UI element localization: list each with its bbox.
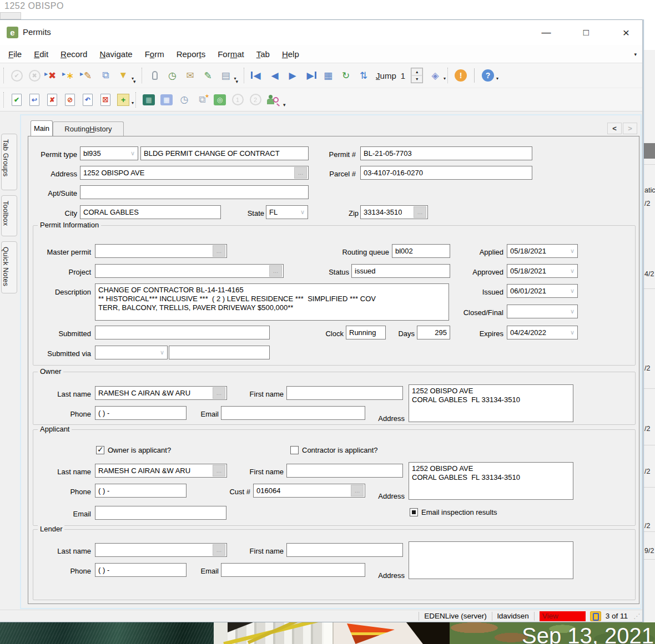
jump-label[interactable]: Jump — [376, 71, 396, 80]
delete-record-button[interactable]: ✖▶ — [44, 67, 61, 84]
state-combo[interactable]: FL∨ — [266, 205, 308, 219]
menu-item-form[interactable]: Form — [139, 49, 170, 59]
master-permit-browse-button[interactable]: … — [213, 245, 225, 257]
resize-grip[interactable]: ⋰ — [633, 612, 640, 620]
nav-previous-button[interactable]: ◀ — [266, 67, 283, 84]
menu-item-record[interactable]: Record — [54, 49, 93, 59]
applicant-cust-number-browse-button[interactable]: … — [351, 485, 364, 496]
clear-screen-button[interactable]: ◈▾ — [427, 67, 444, 84]
hold-step-button[interactable]: ⊘ — [62, 91, 78, 109]
address-browse-button[interactable]: … — [294, 167, 307, 179]
applicant-first-name-field[interactable] — [286, 464, 403, 478]
tools-overflow-icon[interactable]: ▾ — [283, 102, 286, 108]
add-note-dropdown-icon[interactable]: ▾ — [132, 100, 134, 105]
address-field[interactable]: 1252 OBISPO AVE … — [80, 166, 309, 180]
lender-email-field[interactable] — [221, 563, 365, 577]
menu-item-format[interactable]: Format — [211, 49, 250, 59]
city-field[interactable]: CORAL GABLES — [80, 205, 221, 219]
filter-records-dropdown-icon[interactable]: ▾ — [132, 76, 134, 81]
owner-email-field[interactable] — [221, 406, 365, 420]
owner-last-name-field[interactable]: RAMESH C AIRAN &W ARU … — [95, 386, 227, 400]
menu-item-edit[interactable]: Edit — [28, 49, 54, 59]
permit-number-field[interactable]: BL-21-05-7703 — [360, 146, 532, 160]
approved-date-picker[interactable]: 05/18/2021∨ — [507, 264, 578, 278]
history-button[interactable]: ◷ — [164, 67, 181, 84]
lender-address-box[interactable] — [409, 541, 573, 579]
applicant-email-field[interactable] — [95, 506, 226, 520]
email-inspection-results-checkbox[interactable] — [410, 508, 418, 516]
filter-records-button[interactable]: ▼▾ — [115, 67, 132, 84]
clock-field[interactable]: Running — [346, 326, 386, 339]
clock-button[interactable]: ◷ — [176, 91, 193, 109]
approve-step-button[interactable]: ✔ — [8, 91, 25, 109]
menu-item-tab[interactable]: Tab — [250, 49, 276, 59]
globe-1-button[interactable]: 1 — [229, 91, 246, 109]
submitted-field[interactable] — [95, 326, 270, 339]
grid-view-button[interactable]: ▦ — [320, 67, 336, 84]
send-email-button[interactable]: ✉ — [182, 67, 199, 84]
days-field[interactable]: 295 — [417, 326, 450, 339]
submitted-via-field[interactable] — [169, 346, 270, 359]
project-browse-button[interactable]: … — [269, 265, 282, 277]
maximize-button[interactable]: □ — [580, 27, 592, 39]
refresh-record-button[interactable]: ↻ — [337, 67, 354, 84]
calculator-button[interactable]: ▦ — [158, 91, 175, 109]
tab-scroll-left-button[interactable]: < — [607, 123, 622, 134]
applicant-phone-field[interactable]: ( ) - — [95, 484, 187, 498]
record-attachment-icon[interactable] — [590, 611, 601, 621]
menu-item-reports[interactable]: Reports — [170, 49, 212, 59]
copy-special-button[interactable]: ⧉★ — [194, 91, 210, 109]
map-button[interactable]: ▦ — [140, 91, 157, 109]
edit-record-button[interactable]: ✎▶ — [79, 67, 96, 84]
review-step-button[interactable]: ↶ — [79, 91, 96, 109]
tab-main[interactable]: Main — [31, 120, 53, 136]
submitted-via-combo[interactable]: ∨ — [95, 346, 168, 359]
sort-records-button[interactable]: ⇅ — [355, 67, 372, 84]
menu-item-help[interactable]: Help — [276, 49, 305, 59]
fail-step-button[interactable]: ✘ — [44, 91, 61, 109]
owner-phone-field[interactable]: ( ) - — [95, 406, 187, 420]
applied-date-picker[interactable]: 05/18/2021∨ — [507, 244, 578, 258]
nav-first-button[interactable]: ◀ — [249, 67, 265, 84]
attachments-button[interactable] — [147, 67, 163, 84]
tab-routing-history[interactable]: Routing History — [53, 121, 124, 136]
owner-is-applicant-checkbox[interactable] — [96, 446, 104, 454]
applicant-address-box[interactable]: 1252 OBISPO AVE CORAL GABLES FL 33134-35… — [409, 462, 573, 500]
help-button[interactable]: ?▾ — [480, 67, 496, 84]
contractor-is-applicant-checkbox[interactable] — [290, 446, 299, 454]
routing-queue-field[interactable]: bl002 — [392, 244, 450, 258]
lender-first-name-field[interactable] — [286, 543, 403, 557]
permit-type-combo[interactable]: bl935∨ — [80, 146, 138, 160]
clear-screen-dropdown-icon[interactable]: ▾ — [444, 76, 446, 81]
lender-last-name-field[interactable]: … — [95, 543, 227, 557]
jump-value[interactable]: 1 — [401, 71, 405, 80]
accept-record-button[interactable]: ✔ — [8, 67, 25, 84]
closed-final-date-picker[interactable]: ∨ — [507, 305, 578, 318]
issued-date-picker[interactable]: 06/01/2021∨ — [507, 284, 578, 298]
applicant-last-name-field[interactable]: RAMESH C AIRAN &W ARU … — [95, 464, 227, 478]
status-field[interactable]: issued — [351, 264, 450, 278]
owner-first-name-field[interactable] — [286, 386, 403, 400]
side-tab-tab-groups[interactable]: Tab Groups — [1, 134, 17, 190]
nav-next-button[interactable]: ▶ — [284, 67, 301, 84]
nav-last-button[interactable]: ▶ — [302, 67, 319, 84]
copy-record-button[interactable]: ⧉ — [97, 67, 114, 84]
expires-date-picker[interactable]: 04/24/2022∨ — [507, 326, 578, 339]
globe-2-button[interactable]: 2 — [247, 91, 264, 109]
applicant-cust-number-field[interactable]: 016064 … — [253, 484, 365, 498]
edit-note-button[interactable]: ✎ — [200, 67, 216, 84]
zip-field[interactable]: 33134-3510 … — [360, 205, 428, 219]
zip-browse-button[interactable]: … — [414, 206, 426, 218]
apt-suite-field[interactable] — [80, 185, 309, 199]
close-button[interactable]: × — [620, 27, 632, 39]
tab-scroll-right-button[interactable]: > — [623, 123, 637, 134]
minimize-button[interactable]: — — [540, 27, 552, 39]
void-step-button[interactable]: ☒ — [97, 91, 114, 109]
new-record-button[interactable]: ∗▶ — [62, 67, 78, 84]
print-button[interactable]: ▤▾ — [218, 67, 234, 84]
project-field[interactable]: … — [95, 264, 284, 278]
permit-type-description-field[interactable]: BLDG PERMIT CHANGE OF CONTRACT — [140, 146, 309, 160]
add-note-button[interactable]: +▾ — [115, 91, 132, 109]
lender-phone-field[interactable]: ( ) - — [95, 563, 187, 577]
person-search-button[interactable] — [265, 91, 281, 109]
